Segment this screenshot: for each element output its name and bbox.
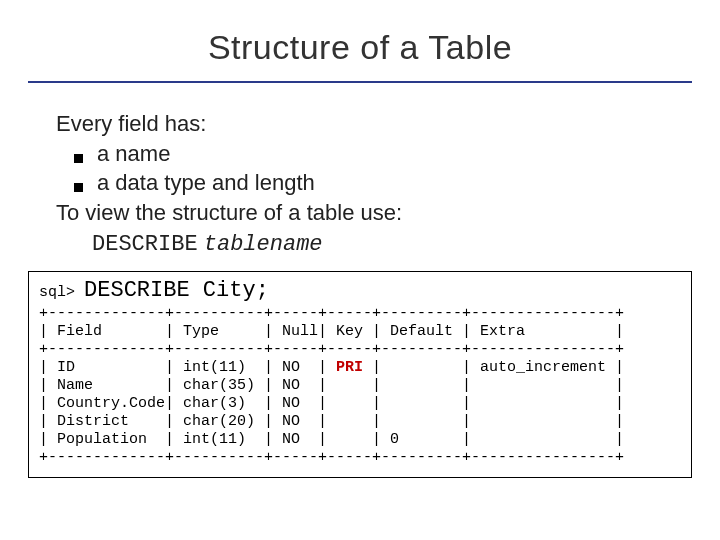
row-post: | | auto_increment | (363, 359, 624, 376)
bullet-2-text: a data type and length (97, 168, 315, 198)
table-row: | District | char(20) | NO | | | | (39, 413, 624, 430)
sql-prompt: sql> (39, 284, 75, 301)
table-rule: +-------------+----------+-----+-----+--… (39, 341, 624, 358)
command-line: DESCRIBE tablename (92, 228, 692, 260)
code-box: sql> DESCRIBE City; +-------------+-----… (28, 271, 692, 477)
body-line-2: To view the structure of a table use: (56, 198, 692, 228)
slide: Structure of a Table Every field has: a … (0, 0, 720, 540)
table-row: | ID | int(11) | NO | PRI | | auto_incre… (39, 359, 624, 376)
sql-statement: DESCRIBE City; (84, 278, 269, 303)
table-header: | Field | Type | Null| Key | Default | E… (39, 323, 624, 340)
command-keyword: DESCRIBE (92, 232, 198, 257)
bullet-2: a data type and length (74, 168, 692, 198)
slide-title: Structure of a Table (28, 28, 692, 75)
command-arg: tablename (204, 232, 323, 257)
bullet-icon (74, 183, 83, 192)
body-line-1: Every field has: (56, 109, 692, 139)
table-row: | Country.Code| char(3) | NO | | | | (39, 395, 624, 412)
table-row: | Population | int(11) | NO | | 0 | | (39, 431, 624, 448)
bullet-1-text: a name (97, 139, 170, 169)
bullet-icon (74, 154, 83, 163)
table-row: | Name | char(35) | NO | | | | (39, 377, 624, 394)
title-underline (28, 81, 692, 83)
table-rule: +-------------+----------+-----+-----+--… (39, 305, 624, 322)
bullet-1: a name (74, 139, 692, 169)
row-pri: PRI (336, 359, 363, 376)
table-rule: +-------------+----------+-----+-----+--… (39, 449, 624, 466)
row-pre: | ID | int(11) | NO | (39, 359, 336, 376)
slide-body: Every field has: a name a data type and … (56, 109, 692, 259)
